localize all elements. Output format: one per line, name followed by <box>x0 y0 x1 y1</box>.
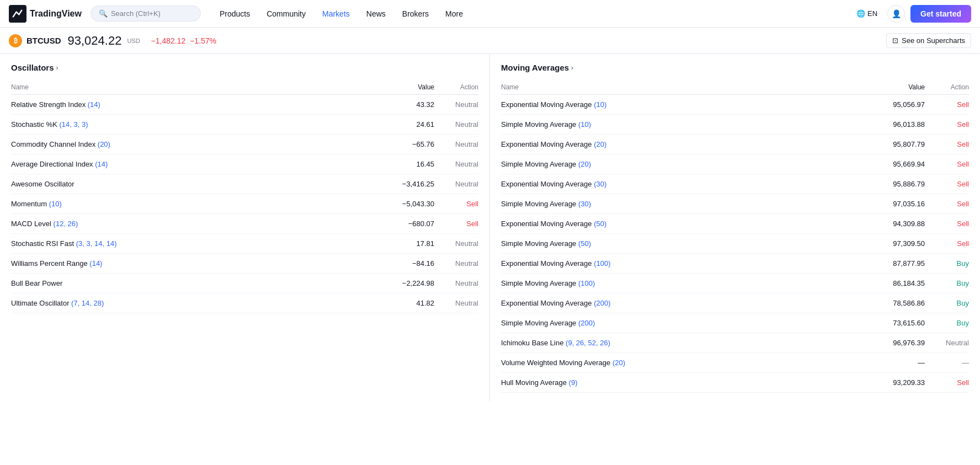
user-menu-button[interactable]: 👤 <box>887 5 905 23</box>
table-row: Simple Moving Average (100) 86,184.35 Bu… <box>501 274 969 293</box>
ma-row-action-9: Buy <box>925 279 969 287</box>
ma-table-header: Name Value Action <box>501 80 969 95</box>
osc-row-param-${i}: (14) <box>95 160 108 168</box>
ma-row-param-${i}: (20) <box>578 160 591 168</box>
oscillators-table-body: Relative Strength Index (14) 43.32 Neutr… <box>11 95 478 313</box>
ma-row-name-1: Simple Moving Average (10) <box>501 120 870 129</box>
ma-row-value-7: 97,309.50 <box>870 239 925 248</box>
ma-row-param-${i}: (30) <box>578 200 591 208</box>
moving-averages-chevron-icon: › <box>571 64 573 72</box>
table-row: Commodity Channel Index (20) −65.76 Neut… <box>11 135 478 154</box>
see-supercharts-button[interactable]: ⊡ See on Supercharts <box>886 33 971 48</box>
osc-row-param-${i}: (12, 26) <box>54 220 78 228</box>
ma-row-param-${i}: (9) <box>569 378 578 387</box>
ma-row-value-3: 95,669.94 <box>870 160 925 168</box>
oscillators-title[interactable]: Oscillators › <box>11 63 478 72</box>
osc-row-value-1: 24.61 <box>379 120 434 129</box>
ma-row-param-${i}: (10) <box>594 100 606 109</box>
osc-row-param-${i}: (14, 3, 3) <box>59 120 88 129</box>
ma-row-param-${i}: (30) <box>594 180 606 188</box>
table-row: Relative Strength Index (14) 43.32 Neutr… <box>11 95 478 115</box>
ma-row-name-0: Exponential Moving Average (10) <box>501 100 870 109</box>
ma-row-action-13: — <box>925 359 969 367</box>
osc-row-param-${i}: (20) <box>98 140 110 148</box>
table-row: Williams Percent Range (14) −84.16 Neutr… <box>11 254 478 274</box>
search-bar[interactable]: 🔍 Search (Ctrl+K) <box>90 6 201 22</box>
ma-row-name-14: Hull Moving Average (9) <box>501 378 870 387</box>
ma-col-name-header: Name <box>501 83 870 91</box>
nav-link-news[interactable]: News <box>359 6 393 22</box>
osc-row-action-8: Neutral <box>434 259 478 268</box>
moving-averages-title-text: Moving Averages <box>501 63 569 72</box>
oscillators-chevron-icon: › <box>56 64 58 72</box>
osc-row-name-10: Ultimate Oscillator (7, 14, 28) <box>11 299 379 307</box>
osc-row-action-1: Neutral <box>434 120 478 129</box>
lang-label: EN <box>867 9 877 18</box>
see-supercharts-label: See on Supercharts <box>902 36 965 45</box>
osc-row-name-8: Williams Percent Range (14) <box>11 259 379 268</box>
supercharts-icon: ⊡ <box>892 36 898 45</box>
table-row: Simple Moving Average (50) 97,309.50 Sel… <box>501 234 969 254</box>
table-row: Simple Moving Average (10) 96,013.88 Sel… <box>501 115 969 135</box>
nav-link-community[interactable]: Community <box>259 6 313 22</box>
table-row: MACD Level (12, 26) −680.07 Sell <box>11 214 478 234</box>
ticker-price: 93,024.22 <box>68 34 122 48</box>
search-icon: 🔍 <box>99 9 108 18</box>
ma-row-param-${i}: (200) <box>594 299 610 307</box>
ma-row-value-1: 96,013.88 <box>870 120 925 129</box>
nav-link-markets[interactable]: Markets <box>315 6 358 22</box>
ma-row-name-11: Simple Moving Average (200) <box>501 319 870 327</box>
table-row: Simple Moving Average (200) 73,615.60 Bu… <box>501 313 969 333</box>
nav-link-more[interactable]: More <box>438 6 471 22</box>
table-row: Exponential Moving Average (10) 95,056.9… <box>501 95 969 115</box>
language-button[interactable]: 🌐 EN <box>852 7 882 20</box>
ma-row-name-7: Simple Moving Average (50) <box>501 239 870 248</box>
ma-row-value-13: — <box>870 359 925 367</box>
osc-row-action-0: Neutral <box>434 100 478 109</box>
globe-icon: 🌐 <box>856 9 865 18</box>
navbar: TradingView 🔍 Search (Ctrl+K) Products C… <box>0 0 980 28</box>
osc-row-value-8: −84.16 <box>379 259 434 268</box>
table-row: Exponential Moving Average (100) 87,877.… <box>501 254 969 274</box>
osc-row-name-2: Commodity Channel Index (20) <box>11 140 379 148</box>
table-row: Stochastic RSI Fast (3, 3, 14, 14) 17.81… <box>11 234 478 254</box>
ma-row-value-6: 94,309.88 <box>870 220 925 228</box>
btc-icon: ₿ <box>9 34 22 47</box>
ma-row-value-4: 95,886.79 <box>870 180 925 188</box>
ma-row-action-1: Sell <box>925 120 969 129</box>
logo[interactable]: TradingView <box>9 5 82 23</box>
ma-row-value-12: 96,976.39 <box>870 339 925 347</box>
moving-averages-title[interactable]: Moving Averages › <box>501 63 969 72</box>
table-row: Ultimate Oscillator (7, 14, 28) 41.82 Ne… <box>11 293 478 313</box>
ma-row-param-${i}: (100) <box>578 279 595 287</box>
table-row: Ichimoku Base Line (9, 26, 52, 26) 96,97… <box>501 333 969 353</box>
oscillators-table-header: Name Value Action <box>11 80 478 95</box>
osc-row-param-${i}: (7, 14, 28) <box>71 299 104 307</box>
osc-row-name-0: Relative Strength Index (14) <box>11 100 379 109</box>
osc-row-action-5: Sell <box>434 200 478 208</box>
ticker-change-pct: −1.57% <box>190 36 216 45</box>
ma-row-action-4: Sell <box>925 180 969 188</box>
table-row: Hull Moving Average (9) 93,209.33 Sell <box>501 373 969 393</box>
ma-row-action-2: Sell <box>925 140 969 148</box>
table-row: Exponential Moving Average (200) 78,586.… <box>501 293 969 313</box>
table-row: Stochastic %K (14, 3, 3) 24.61 Neutral <box>11 115 478 135</box>
ma-row-name-3: Simple Moving Average (20) <box>501 160 870 168</box>
table-row: Volume Weighted Moving Average (20) — — <box>501 353 969 373</box>
ticker-bar: ₿ BTCUSD 93,024.22 USD −1,482.12 −1.57% … <box>0 28 980 54</box>
osc-row-param-${i}: (14) <box>88 100 100 109</box>
nav-link-products[interactable]: Products <box>212 6 258 22</box>
ma-row-value-8: 87,877.95 <box>870 259 925 268</box>
osc-row-name-4: Awesome Oscillator <box>11 180 379 188</box>
ma-row-action-10: Buy <box>925 299 969 307</box>
ma-row-value-11: 73,615.60 <box>870 319 925 327</box>
ma-row-value-2: 95,807.79 <box>870 140 925 148</box>
ma-row-name-12: Ichimoku Base Line (9, 26, 52, 26) <box>501 339 870 347</box>
get-started-button[interactable]: Get started <box>910 5 971 23</box>
ma-row-name-10: Exponential Moving Average (200) <box>501 299 870 307</box>
nav-links: Products Community Markets News Brokers … <box>212 6 850 22</box>
ma-row-action-12: Neutral <box>925 339 969 347</box>
nav-link-brokers[interactable]: Brokers <box>395 6 436 22</box>
ma-row-param-${i}: (200) <box>578 319 595 327</box>
osc-row-name-7: Stochastic RSI Fast (3, 3, 14, 14) <box>11 239 379 248</box>
